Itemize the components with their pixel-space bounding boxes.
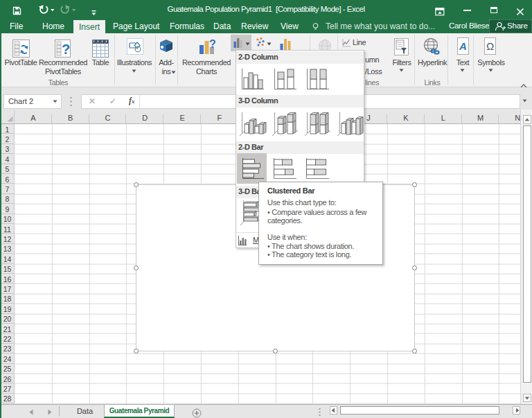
svg-text:?: ? [62,42,70,57]
svg-text:?: ? [209,38,216,50]
